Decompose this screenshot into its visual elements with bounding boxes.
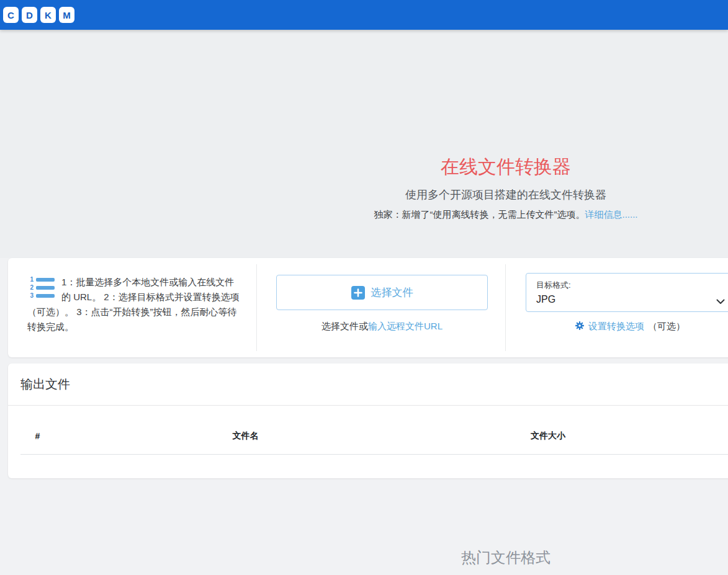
table-header-index: # [20, 418, 55, 455]
table-header-offscreen [660, 418, 728, 455]
output-files-body: # 文件名 文件大小 [8, 406, 728, 478]
instructions-text: 1：批量选择多个本地文件或输入在线文件的 URL。 2：选择目标格式并设置转换选… [27, 277, 240, 332]
popular-formats-title: 热门文件格式 [0, 548, 728, 568]
output-files-card: 输出文件 # 文件名 文件大小 [8, 363, 728, 478]
page-title: 在线文件转换器 [0, 156, 728, 177]
gear-icon [575, 321, 585, 332]
output-files-title: 输出文件 [20, 376, 728, 393]
output-files-table: # 文件名 文件大小 [20, 418, 728, 455]
conversion-options-line: 设置转换选项 （可选） [526, 321, 728, 332]
list-bar-2 [36, 286, 55, 290]
table-header-row: # 文件名 文件大小 [20, 418, 728, 455]
choose-files-button[interactable]: 选择文件 [276, 275, 488, 310]
table-header-filesize: 文件大小 [436, 418, 660, 455]
logo-letter-d: D [22, 7, 37, 23]
logo-letter-c: C [3, 7, 19, 23]
table-header-filename: 文件名 [55, 418, 436, 455]
file-hint-line: 选择文件或输入远程文件URL [276, 321, 488, 332]
logo-letter-k: K [40, 7, 56, 23]
chevron-down-icon [716, 296, 725, 307]
promo-text: 独家：新增了“使用离线转换，无需上传文件”选项。 [374, 209, 585, 220]
output-files-header: 输出文件 [8, 363, 728, 406]
target-format-label: 目标格式: [536, 280, 724, 291]
logo-letter-m: M [59, 7, 74, 23]
promo-line: 独家：新增了“使用离线转换，无需上传文件”选项。详细信息...... [0, 209, 728, 221]
logo-cdkm[interactable]: C D K M [3, 7, 74, 23]
list-number-2: 2 [27, 285, 34, 291]
conversion-options-label: 设置转换选项 [588, 321, 644, 332]
conversion-options-link[interactable]: 设置转换选项 [575, 321, 644, 332]
navbar: C D K M [0, 0, 728, 30]
list-bar-3 [36, 294, 55, 298]
target-format-value: JPG [536, 294, 724, 305]
remote-url-link[interactable]: 输入远程文件URL [368, 321, 443, 331]
list-bar-1 [36, 278, 55, 282]
file-select-column: 选择文件 选择文件或输入远程文件URL [257, 258, 505, 357]
instructions-column: 1 2 3 1：批量选择多个本地文件或输入在线文件的 URL。 2：选择目标格式… [8, 258, 256, 357]
choose-files-label: 选择文件 [371, 285, 413, 300]
target-format-column: 目标格式: JPG [506, 258, 728, 357]
plus-icon [351, 286, 365, 300]
page-subtitle: 使用多个开源项目搭建的在线文件转换器 [0, 187, 728, 202]
hero-section: 在线文件转换器 使用多个开源项目搭建的在线文件转换器 独家：新增了“使用离线转换… [0, 30, 728, 258]
optional-note: （可选） [648, 321, 685, 332]
target-format-select[interactable]: 目标格式: JPG [526, 273, 728, 312]
list-number-1: 1 [27, 277, 34, 283]
converter-panel: 1 2 3 1：批量选择多个本地文件或输入在线文件的 URL。 2：选择目标格式… [8, 258, 728, 357]
list-number-3: 3 [27, 293, 34, 299]
file-hint-text: 选择文件或 [321, 321, 368, 331]
promo-details-link[interactable]: 详细信息...... [585, 209, 637, 220]
ordered-list-icon: 1 2 3 [27, 276, 56, 300]
